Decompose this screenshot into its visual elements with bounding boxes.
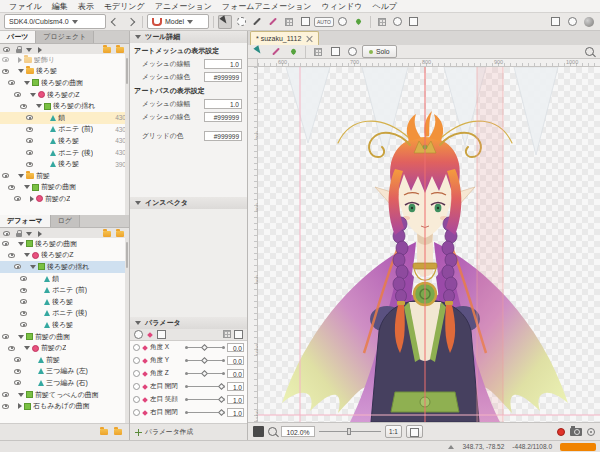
- visibility-eye-icon[interactable]: [26, 138, 33, 143]
- snapshot-camera-button[interactable]: [570, 428, 582, 436]
- parameter-slider[interactable]: [185, 369, 225, 378]
- sync-button[interactable]: [565, 15, 579, 29]
- brush-tool-button[interactable]: [266, 15, 280, 29]
- parts-tree-row[interactable]: 後ろ髪430: [0, 135, 129, 147]
- add-parameter-icon[interactable]: [135, 429, 142, 436]
- play-parameters-icon[interactable]: [134, 330, 143, 339]
- parameter-slider[interactable]: [185, 408, 225, 417]
- visibility-eye-icon[interactable]: [2, 69, 9, 74]
- record-button[interactable]: [557, 428, 565, 436]
- toggle-all-visibility-icon[interactable]: [3, 231, 10, 236]
- view-settings-button[interactable]: [587, 428, 595, 436]
- parameters-header[interactable]: パラメータ: [130, 317, 247, 329]
- caret-right-icon[interactable]: [18, 57, 22, 63]
- mesh-line-width-input[interactable]: 1.0: [204, 59, 242, 69]
- caret-down-icon[interactable]: [24, 253, 30, 257]
- slider-thumb[interactable]: [201, 370, 208, 377]
- lock-icon[interactable]: [16, 233, 22, 237]
- visibility-eye-icon[interactable]: [8, 185, 15, 190]
- zoom-slider-thumb[interactable]: [347, 428, 351, 435]
- inspector-header[interactable]: インスペクタ: [130, 197, 247, 209]
- keyform-icon[interactable]: [147, 332, 153, 338]
- show-guides-toggle[interactable]: [345, 45, 359, 59]
- glue-tool-button[interactable]: [352, 15, 366, 29]
- visibility-eye-icon[interactable]: [20, 276, 27, 281]
- menu-view[interactable]: 表示: [73, 1, 99, 12]
- sdk-version-select[interactable]: SDK4.0/Cubism4.0: [4, 14, 106, 29]
- deformer-tree-row[interactable]: 前髪てっぺんの曲面: [0, 389, 129, 401]
- slider-thumb[interactable]: [218, 409, 225, 416]
- visibility-eye-icon[interactable]: [14, 264, 21, 269]
- pen-tool-button[interactable]: [250, 15, 264, 29]
- canvas-pin-tool[interactable]: [286, 45, 300, 59]
- parameter-value[interactable]: 1.0: [227, 408, 244, 417]
- grid-color-input[interactable]: #999999: [204, 131, 242, 141]
- path-line-color-input[interactable]: #999999: [204, 112, 242, 122]
- notification-badge[interactable]: [560, 443, 596, 451]
- parts-tree-row[interactable]: 前髪: [0, 170, 129, 182]
- parameter-slider[interactable]: [185, 356, 225, 365]
- slider-thumb[interactable]: [218, 396, 225, 403]
- parameter-value[interactable]: 0.0: [227, 356, 244, 365]
- caret-down-icon[interactable]: [30, 265, 36, 269]
- visibility-eye-icon[interactable]: [26, 150, 33, 155]
- visibility-eye-icon[interactable]: [26, 115, 33, 120]
- caret-down-icon[interactable]: [18, 335, 24, 339]
- parts-tree-row[interactable]: 後ろ髪の曲面: [0, 77, 129, 89]
- deformer-tool-button[interactable]: [336, 15, 350, 29]
- visibility-eye-icon[interactable]: [20, 311, 27, 316]
- parts-tree-row[interactable]: ポニテ (後)430: [0, 147, 129, 159]
- zoom-slider[interactable]: [319, 427, 381, 436]
- show-deformer-toggle[interactable]: [328, 45, 342, 59]
- tab-project[interactable]: プロジェクト: [36, 31, 94, 43]
- zoom-level-value[interactable]: 102.0%: [281, 426, 315, 437]
- slider-thumb[interactable]: [201, 357, 208, 364]
- parameter-row[interactable]: 左目 開閉1.0: [130, 380, 247, 393]
- parameter-value[interactable]: 1.0: [227, 395, 244, 404]
- lasso-tool-button[interactable]: [234, 15, 248, 29]
- menu-modeling[interactable]: モデリング: [99, 1, 150, 12]
- visibility-eye-icon[interactable]: [8, 253, 15, 258]
- menu-edit[interactable]: 編集: [47, 1, 73, 12]
- parts-tree-row[interactable]: 鎖430: [0, 112, 129, 124]
- deformer-tree-row[interactable]: 後ろ髪: [0, 296, 129, 308]
- menu-window[interactable]: ウィンドウ: [317, 1, 368, 12]
- visibility-eye-icon[interactable]: [2, 241, 9, 246]
- visibility-eye-icon[interactable]: [2, 57, 9, 62]
- parts-tree-row[interactable]: ポニテ (前)430: [0, 124, 129, 136]
- slider-thumb[interactable]: [201, 344, 208, 351]
- canvas-search-button[interactable]: [582, 45, 596, 59]
- snap-toggle-button[interactable]: [375, 15, 389, 29]
- visibility-eye-icon[interactable]: [20, 322, 27, 327]
- redo-button[interactable]: [124, 15, 138, 29]
- collapse-all-icon[interactable]: [38, 47, 42, 53]
- deformer-tree-row[interactable]: 後ろ髪: [0, 319, 129, 331]
- parameter-row[interactable]: 角度 Y0.0: [130, 354, 247, 367]
- visibility-eye-icon[interactable]: [14, 196, 21, 201]
- create-parameter-button[interactable]: パラメータ作成: [145, 427, 193, 437]
- lock-icon[interactable]: [16, 49, 22, 53]
- parameter-row[interactable]: 左目 笑顔1.0: [130, 393, 247, 406]
- caret-down-icon[interactable]: [30, 93, 36, 97]
- visibility-eye-icon[interactable]: [14, 92, 21, 97]
- visibility-eye-icon[interactable]: [2, 334, 9, 339]
- create-folder-icon[interactable]: [100, 429, 108, 435]
- parts-tree-row[interactable]: 後ろ髪: [0, 66, 129, 78]
- visibility-eye-icon[interactable]: [14, 380, 21, 385]
- visibility-eye-icon[interactable]: [20, 104, 27, 109]
- caret-down-icon[interactable]: [18, 174, 24, 178]
- visibility-eye-icon[interactable]: [26, 162, 33, 167]
- show-mesh-toggle[interactable]: [311, 45, 325, 59]
- parameter-row[interactable]: 角度 Z0.0: [130, 367, 247, 380]
- parameter-slider[interactable]: [185, 343, 225, 352]
- settings-button[interactable]: [548, 15, 562, 29]
- collapse-all-icon[interactable]: [38, 231, 42, 237]
- tab-deformer[interactable]: デフォーマ: [0, 215, 51, 227]
- parts-tree-row[interactable]: 前髪のZ: [0, 193, 129, 205]
- menu-help[interactable]: ヘルプ: [367, 1, 402, 12]
- tab-log[interactable]: ログ: [51, 215, 80, 227]
- auto-mesh-toggle[interactable]: AUTO: [314, 17, 334, 27]
- deformer-tree-row[interactable]: 鎖: [0, 273, 129, 285]
- new-folder-icon[interactable]: [103, 231, 111, 237]
- parts-tree-row[interactable]: 髪飾り: [0, 54, 129, 66]
